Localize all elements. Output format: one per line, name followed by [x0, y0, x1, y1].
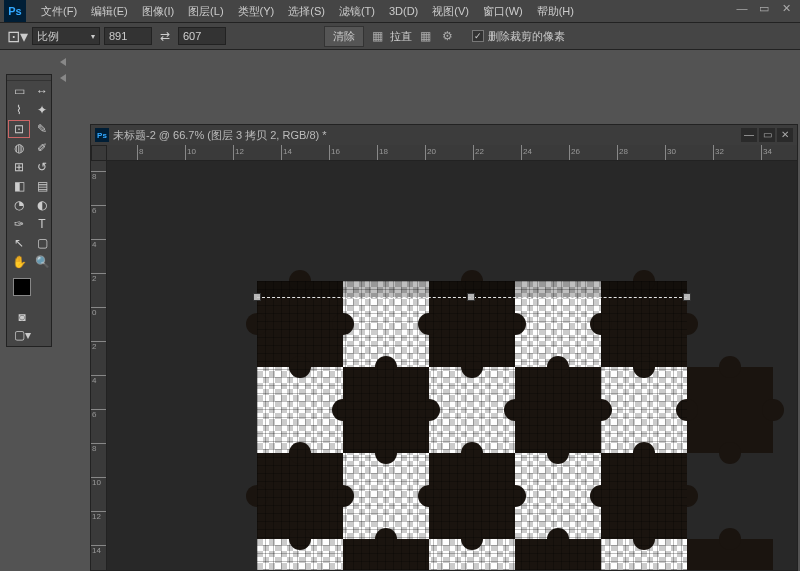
- type-tool[interactable]: T: [31, 215, 53, 233]
- dodge-tool[interactable]: ◐: [31, 196, 53, 214]
- hand-tool[interactable]: ✋: [8, 253, 30, 271]
- straighten-icon[interactable]: ▦: [368, 27, 386, 45]
- gradient-tool[interactable]: ▤: [31, 177, 53, 195]
- app-logo: Ps: [4, 0, 26, 22]
- stamp-tool[interactable]: ⊞: [8, 158, 30, 176]
- delete-pixels-label: 删除裁剪的像素: [488, 29, 565, 44]
- doc-minimize[interactable]: —: [741, 128, 757, 142]
- canvas[interactable]: [257, 281, 687, 570]
- minimize-button[interactable]: —: [734, 2, 750, 16]
- ruler-horizontal[interactable]: 810121416182022242628303234: [107, 145, 797, 161]
- pen-tool[interactable]: ✑: [8, 215, 30, 233]
- ruler-corner: [91, 145, 107, 161]
- crop-tool-icon[interactable]: ⊡▾: [6, 25, 28, 47]
- crop-width-input[interactable]: 891: [104, 27, 152, 45]
- wand-tool[interactable]: ✦: [31, 101, 53, 119]
- menu-view[interactable]: 视图(V): [425, 4, 476, 19]
- screenmode-toggle[interactable]: ▢▾: [11, 326, 33, 344]
- image-content: [257, 281, 687, 570]
- document-titlebar[interactable]: Ps 未标题-2 @ 66.7% (图层 3 拷贝 2, RGB/8) * — …: [91, 125, 797, 145]
- eraser-tool[interactable]: ◧: [8, 177, 30, 195]
- menu-layer[interactable]: 图层(L): [181, 4, 230, 19]
- path-tool[interactable]: ↖: [8, 234, 30, 252]
- doc-close[interactable]: ✕: [777, 128, 793, 142]
- window-buttons: — ▭ ✕: [734, 2, 794, 16]
- chevron-icon: [60, 74, 66, 82]
- menu-edit[interactable]: 编辑(E): [84, 4, 135, 19]
- canvas-area[interactable]: [107, 161, 797, 570]
- menu-bar: Ps 文件(F) 编辑(E) 图像(I) 图层(L) 类型(Y) 选择(S) 滤…: [0, 0, 800, 22]
- delete-pixels-checkbox[interactable]: ✓: [472, 30, 484, 42]
- menu-file[interactable]: 文件(F): [34, 4, 84, 19]
- move-tool[interactable]: ↔: [31, 82, 53, 100]
- toolbox: ▭ ↔ ⌇ ✦ ⊡ ✎ ◍ ✐ ⊞ ↺ ◧ ▤ ◔ ◐ ✑ T ↖ ▢ ✋ 🔍 …: [6, 74, 52, 347]
- swap-icon[interactable]: ⇄: [156, 29, 174, 43]
- menu-window[interactable]: 窗口(W): [476, 4, 530, 19]
- document-window: Ps 未标题-2 @ 66.7% (图层 3 拷贝 2, RGB/8) * — …: [90, 124, 798, 571]
- brush-tool[interactable]: ✐: [31, 139, 53, 157]
- crop-height-input[interactable]: 607: [178, 27, 226, 45]
- ratio-mode-select[interactable]: 比例: [32, 27, 100, 45]
- clear-button[interactable]: 清除: [324, 26, 364, 47]
- lasso-tool[interactable]: ⌇: [8, 101, 30, 119]
- crop-tool[interactable]: ⊡: [8, 120, 30, 138]
- document-title: 未标题-2 @ 66.7% (图层 3 拷贝 2, RGB/8) *: [113, 128, 741, 143]
- panel-tab-well[interactable]: [60, 50, 72, 90]
- marquee-tool[interactable]: ▭: [8, 82, 30, 100]
- menu-type[interactable]: 类型(Y): [231, 4, 282, 19]
- options-bar: ⊡▾ 比例 891 ⇄ 607 清除 ▦ 拉直 ▦ ⚙ ✓ 删除裁剪的像素: [0, 22, 800, 50]
- foreground-swatch[interactable]: [13, 278, 31, 296]
- menu-3d[interactable]: 3D(D): [382, 5, 425, 17]
- chevron-icon: [60, 58, 66, 66]
- eyedropper-tool[interactable]: ✎: [31, 120, 53, 138]
- blur-tool[interactable]: ◔: [8, 196, 30, 214]
- maximize-button[interactable]: ▭: [756, 2, 772, 16]
- straighten-label: 拉直: [390, 29, 412, 44]
- menu-filter[interactable]: 滤镜(T): [332, 4, 382, 19]
- zoom-tool[interactable]: 🔍: [31, 253, 53, 271]
- crop-handle-tr[interactable]: [683, 293, 691, 301]
- heal-tool[interactable]: ◍: [8, 139, 30, 157]
- gear-icon[interactable]: ⚙: [438, 27, 456, 45]
- history-brush-tool[interactable]: ↺: [31, 158, 53, 176]
- menu-help[interactable]: 帮助(H): [530, 4, 581, 19]
- crop-handle-tc[interactable]: [467, 293, 475, 301]
- quickmask-toggle[interactable]: ◙: [11, 308, 33, 326]
- close-button[interactable]: ✕: [778, 2, 794, 16]
- doc-maximize[interactable]: ▭: [759, 128, 775, 142]
- shape-tool[interactable]: ▢: [31, 234, 53, 252]
- menu-image[interactable]: 图像(I): [135, 4, 181, 19]
- ruler-vertical[interactable]: 86420246810121416: [91, 161, 107, 570]
- crop-handle-tl[interactable]: [253, 293, 261, 301]
- menu-select[interactable]: 选择(S): [281, 4, 332, 19]
- overlay-icon[interactable]: ▦: [416, 27, 434, 45]
- doc-icon: Ps: [95, 128, 109, 142]
